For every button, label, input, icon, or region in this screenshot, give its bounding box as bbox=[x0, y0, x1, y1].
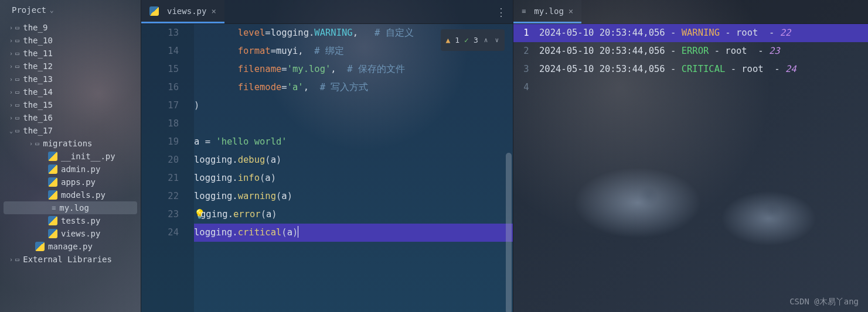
tree-item-the_13[interactable]: ›▭the_13 bbox=[0, 73, 141, 85]
close-icon[interactable]: × bbox=[569, 6, 573, 16]
tree-item-label: tests.py bbox=[61, 216, 100, 225]
code-line[interactable]: filemode='a', # 写入方式 bbox=[194, 78, 513, 97]
tree-item-manage-py[interactable]: manage.py bbox=[0, 240, 141, 253]
python-icon bbox=[48, 152, 57, 161]
tree-item-label: the_10 bbox=[23, 36, 53, 45]
code-line[interactable] bbox=[194, 115, 513, 133]
project-title: Project bbox=[12, 5, 46, 15]
warning-icon: ▲ bbox=[445, 31, 450, 49]
code-line[interactable]: filename='my.log', # 保存的文件 bbox=[194, 60, 513, 78]
code-line[interactable]: logging.info(a) bbox=[194, 169, 513, 187]
intention-bulb-icon[interactable]: 💡 bbox=[194, 205, 200, 224]
python-icon bbox=[48, 177, 57, 187]
tab-menu-button[interactable]: ⋮ bbox=[489, 0, 513, 23]
folder-icon: ▭ bbox=[15, 88, 19, 96]
expand-arrow-icon[interactable]: › bbox=[7, 256, 15, 263]
tree-item-the_11[interactable]: ›▭the_11 bbox=[0, 47, 141, 60]
tree-item-the_9[interactable]: ›▭the_9 bbox=[0, 21, 141, 34]
tab-my-log[interactable]: ≡ my.log × bbox=[513, 0, 581, 23]
code-line[interactable]: ) bbox=[194, 97, 513, 115]
tree-item-label: the_13 bbox=[23, 74, 53, 84]
tree-item-the_14[interactable]: ›▭the_14 bbox=[0, 85, 141, 98]
python-icon bbox=[48, 216, 57, 225]
tree-item-my-log[interactable]: ≡my.log bbox=[4, 201, 137, 214]
tab-views-py[interactable]: views.py × bbox=[141, 0, 224, 23]
line-gutter: 131415161718192021222324 bbox=[141, 24, 194, 312]
log-line[interactable]: 2024-05-10 20:53:44,056 - WARNING - root… bbox=[539, 24, 868, 42]
tree-item-label: the_12 bbox=[23, 61, 53, 71]
code-lines[interactable]: level=logging.WARNING, # 自定义 format=muyi… bbox=[194, 24, 513, 312]
expand-arrow-icon[interactable]: › bbox=[7, 25, 15, 31]
python-icon bbox=[48, 190, 57, 200]
tree-item-label: External Libraries bbox=[23, 255, 112, 264]
log-line[interactable]: 2024-05-10 20:53:44,056 - ERROR - root -… bbox=[539, 42, 868, 60]
next-highlight-icon[interactable]: ∨ bbox=[493, 31, 500, 49]
expand-arrow-icon[interactable]: › bbox=[7, 50, 15, 57]
code-line[interactable]: a = 'hello world' bbox=[194, 133, 513, 151]
expand-arrow-icon[interactable]: › bbox=[7, 115, 15, 121]
code-line[interactable]: logging.debug(a) bbox=[194, 151, 513, 169]
expand-arrow-icon[interactable]: › bbox=[7, 63, 15, 70]
tree-item-label: the_17 bbox=[23, 126, 53, 135]
tree-item-views-py[interactable]: views.py bbox=[0, 227, 141, 240]
expand-arrow-icon[interactable]: › bbox=[7, 89, 15, 95]
code-line[interactable]: logging.warning(a) bbox=[194, 187, 513, 205]
tree-item-label: __init__.py bbox=[61, 152, 115, 161]
tree-item-the_17[interactable]: ⌄▭the_17 bbox=[0, 124, 141, 137]
folder-icon: ▭ bbox=[15, 126, 19, 135]
code-line[interactable]: 💡gging.error(a) bbox=[194, 205, 513, 224]
warning-count: 1 bbox=[455, 31, 459, 49]
tree-item-models-py[interactable]: models.py bbox=[0, 188, 141, 201]
python-icon bbox=[48, 164, 57, 174]
python-icon bbox=[149, 6, 159, 16]
log-line[interactable]: 2024-05-10 20:53:44,056 - CRITICAL - roo… bbox=[539, 60, 868, 78]
expand-arrow-icon[interactable]: › bbox=[27, 140, 35, 147]
expand-arrow-icon[interactable]: › bbox=[7, 37, 15, 44]
tree-item-label: the_14 bbox=[23, 87, 53, 97]
inspection-widget[interactable]: ▲1 ✓3 ∧ ∨ bbox=[441, 29, 505, 51]
tree-item-label: the_16 bbox=[23, 113, 53, 122]
tree-item-__init__-py[interactable]: __init__.py bbox=[0, 150, 141, 163]
expand-arrow-icon[interactable]: › bbox=[7, 76, 15, 83]
folder-icon: ▭ bbox=[35, 139, 39, 148]
folder-icon: ▭ bbox=[15, 101, 19, 109]
tree-item-the_16[interactable]: ›▭the_16 bbox=[0, 111, 141, 124]
watermark: CSDN @木易丫ang bbox=[789, 297, 859, 307]
tree-item-External-Libraries[interactable]: ›▭External Libraries bbox=[0, 253, 141, 266]
tree-item-tests-py[interactable]: tests.py bbox=[0, 214, 141, 227]
tree-item-admin-py[interactable]: admin.py bbox=[0, 163, 141, 176]
tree-item-label: the_15 bbox=[23, 100, 53, 109]
log-line[interactable] bbox=[539, 78, 868, 97]
log-lines[interactable]: 2024-05-10 20:53:44,056 - WARNING - root… bbox=[539, 24, 868, 312]
tree-item-label: migrations bbox=[43, 139, 92, 148]
tree-item-the_15[interactable]: ›▭the_15 bbox=[0, 98, 141, 111]
chevron-down-icon: ⌄ bbox=[50, 6, 54, 14]
folder-icon: ▭ bbox=[15, 255, 19, 263]
project-header[interactable]: Project ⌄ bbox=[0, 0, 141, 20]
folder-icon: ▭ bbox=[15, 62, 19, 70]
expand-arrow-icon[interactable]: ⌄ bbox=[7, 128, 15, 134]
code-line[interactable]: logging.critical(a) bbox=[194, 224, 513, 242]
editor-pane-views: views.py × ⋮ ▲1 ✓3 ∧ ∨ 13141516171819202… bbox=[141, 0, 513, 312]
tree-item-label: admin.py bbox=[61, 164, 100, 174]
tree-item-label: the_11 bbox=[23, 49, 53, 58]
tab-label: my.log bbox=[534, 6, 564, 16]
scrollbar[interactable] bbox=[506, 153, 512, 312]
folder-icon: ▭ bbox=[15, 49, 19, 57]
tab-bar-right: ≡ my.log × bbox=[513, 0, 868, 24]
tree-item-apps-py[interactable]: apps.py bbox=[0, 176, 141, 188]
editor-pane-log: ≡ my.log × 1234 2024-05-10 20:53:44,056 … bbox=[513, 0, 868, 312]
prev-highlight-icon[interactable]: ∧ bbox=[483, 31, 489, 49]
logfile-icon: ≡ bbox=[52, 204, 56, 212]
code-area-views[interactable]: ▲1 ✓3 ∧ ∨ 131415161718192021222324 level… bbox=[141, 24, 513, 312]
project-tree: ›▭the_9›▭the_10›▭the_11›▭the_12›▭the_13›… bbox=[0, 20, 141, 266]
folder-icon: ▭ bbox=[15, 114, 19, 122]
folder-icon: ▭ bbox=[15, 23, 19, 32]
expand-arrow-icon[interactable]: › bbox=[7, 102, 15, 108]
tree-item-migrations[interactable]: ›▭migrations bbox=[0, 137, 141, 150]
tree-item-label: models.py bbox=[61, 190, 105, 200]
close-icon[interactable]: × bbox=[211, 6, 216, 16]
code-area-log[interactable]: 1234 2024-05-10 20:53:44,056 - WARNING -… bbox=[513, 24, 868, 312]
tree-item-the_12[interactable]: ›▭the_12 bbox=[0, 60, 141, 73]
tree-item-the_10[interactable]: ›▭the_10 bbox=[0, 34, 141, 47]
